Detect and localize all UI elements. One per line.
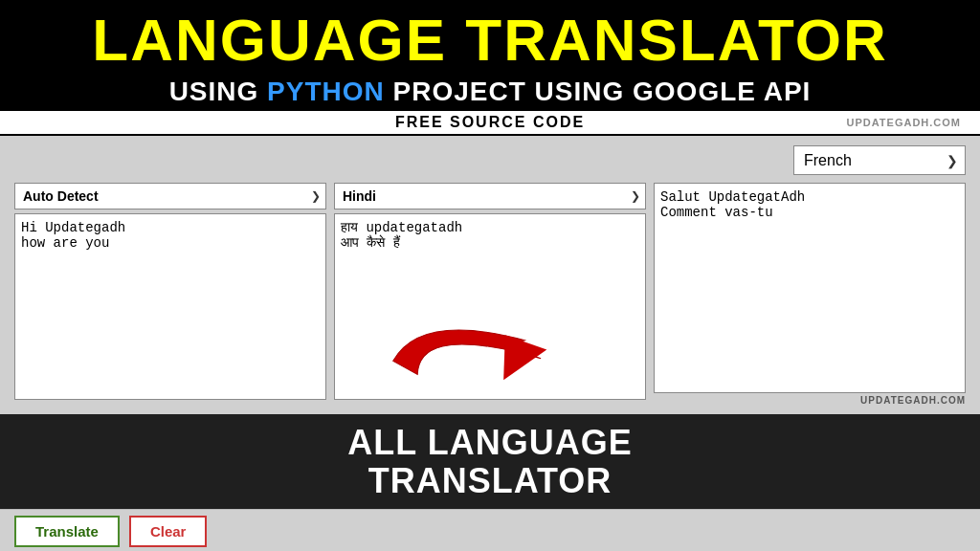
all-language-banner: ALL LANGUAGE TRANSLATOR (0, 414, 980, 509)
watermark-top: UPDATEGADH.COM (846, 117, 961, 128)
french-select-wrapper: French English Spanish German Italian Po… (793, 145, 966, 175)
subtitle-python: PYTHON (267, 77, 385, 106)
source-language-select[interactable]: Auto Detect English Spanish French Hindi (14, 183, 326, 209)
subtitle-prefix: USING (169, 77, 267, 106)
all-lang-line2: TRANSLATOR (19, 462, 961, 500)
source-textarea[interactable]: Hi Updategadh how are you (14, 213, 326, 400)
free-source-text: FREE SOURCE CODE (395, 114, 585, 130)
top-lang-row: French English Spanish German Italian Po… (14, 145, 966, 175)
all-lang-line1: ALL LANGUAGE (19, 424, 961, 462)
panel-french-output: Salut UpdategatAdh Comment vas-tu UPDATE… (654, 183, 966, 406)
french-language-select[interactable]: French English Spanish German Italian Po… (793, 145, 966, 175)
source-lang-wrapper: Auto Detect English Spanish French Hindi… (14, 183, 326, 209)
french-output-textarea[interactable]: Salut UpdategatAdh Comment vas-tu (654, 183, 966, 393)
subtitle-suffix: PROJECT USING GOOGLE API (385, 77, 812, 106)
panels-row: Auto Detect English Spanish French Hindi… (14, 183, 966, 406)
translate-button[interactable]: Translate (14, 516, 120, 547)
subtitle: USING PYTHON PROJECT USING GOOGLE API (169, 77, 812, 106)
hindi-textarea[interactable]: हाय updategatadh आप कैसे हैं (334, 213, 646, 400)
bottom-bar: Translate Clear (0, 509, 980, 551)
panel-watermark: UPDATEGADH.COM (654, 395, 966, 406)
app-container: French English Spanish German Italian Po… (0, 136, 980, 509)
panel-hindi: Hindi English Spanish French Auto Detect… (334, 183, 646, 400)
clear-button[interactable]: Clear (129, 516, 208, 547)
hindi-lang-wrapper: Hindi English Spanish French Auto Detect… (334, 183, 646, 209)
free-source-bar: FREE SOURCE CODE UPDATEGADH.COM (0, 111, 980, 134)
panel-source: Auto Detect English Spanish French Hindi… (14, 183, 326, 400)
header: LANGUAGE TRANSLATOR USING PYTHON PROJECT… (0, 0, 980, 136)
subtitle-bar: USING PYTHON PROJECT USING GOOGLE API (0, 73, 980, 111)
hindi-language-select[interactable]: Hindi English Spanish French Auto Detect (334, 183, 646, 209)
main-title: LANGUAGE TRANSLATOR (0, 8, 980, 73)
